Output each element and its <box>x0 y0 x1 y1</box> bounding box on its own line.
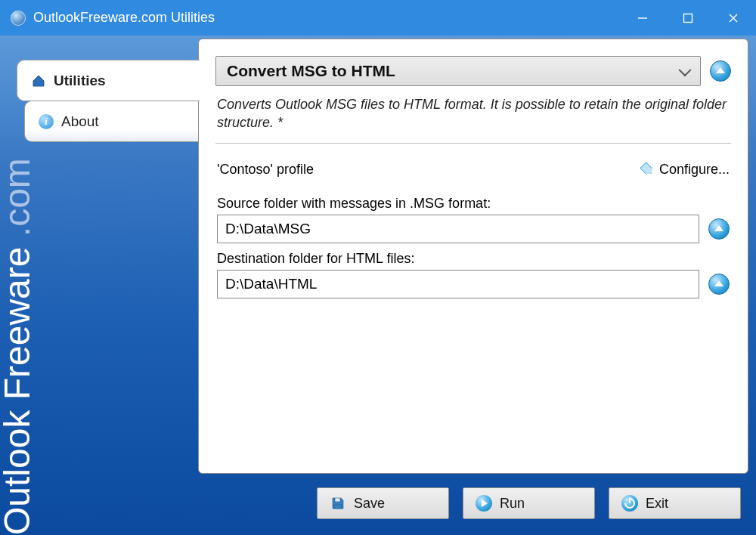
title-bar: OutlookFreeware.com Utilities <box>0 0 756 36</box>
exit-label: Exit <box>646 496 668 512</box>
configure-link[interactable]: Configure... <box>640 162 730 178</box>
power-icon <box>621 495 638 512</box>
utility-title: Convert MSG to HTML <box>227 62 395 80</box>
main-panel: Convert MSG to HTML Converts Outlook MSG… <box>198 39 748 474</box>
close-button[interactable] <box>711 0 756 36</box>
window-controls <box>620 0 756 36</box>
tag-icon <box>637 159 658 180</box>
configure-label: Configure... <box>659 162 730 178</box>
save-icon <box>330 495 346 512</box>
source-folder-input[interactable] <box>217 215 699 243</box>
tab-label: Utilities <box>54 73 106 89</box>
window-title: OutlookFreeware.com Utilities <box>33 10 215 26</box>
tab-utilities[interactable]: Utilities <box>17 60 200 101</box>
minimize-button[interactable] <box>620 0 665 36</box>
collapse-button[interactable] <box>710 60 731 82</box>
info-icon <box>39 114 54 129</box>
profile-label: 'Contoso' profile <box>217 162 314 178</box>
play-icon <box>476 495 492 512</box>
save-label: Save <box>354 496 385 512</box>
browse-source-button[interactable] <box>708 218 730 240</box>
browse-dest-button[interactable] <box>708 274 730 295</box>
exit-button[interactable]: Exit <box>609 487 741 519</box>
tab-label: About <box>61 113 99 130</box>
utility-description: Converts Outlook MSG files to HTML forma… <box>215 92 731 144</box>
button-bar: Save Run Exit <box>8 487 748 519</box>
source-folder-label: Source folder with messages in .MSG form… <box>217 196 730 212</box>
tab-about[interactable]: About <box>24 101 198 142</box>
home-icon <box>31 73 46 88</box>
maximize-button[interactable] <box>665 0 711 36</box>
tab-strip: Utilities About <box>8 39 198 474</box>
run-button[interactable]: Run <box>463 487 595 519</box>
dest-folder-label: Destination folder for HTML files: <box>217 251 730 267</box>
run-label: Run <box>500 496 525 512</box>
dest-folder-input[interactable] <box>217 270 699 298</box>
app-icon <box>11 11 26 26</box>
save-button[interactable]: Save <box>317 487 449 519</box>
utility-selector[interactable]: Convert MSG to HTML <box>215 56 701 86</box>
svg-rect-1 <box>684 14 692 22</box>
